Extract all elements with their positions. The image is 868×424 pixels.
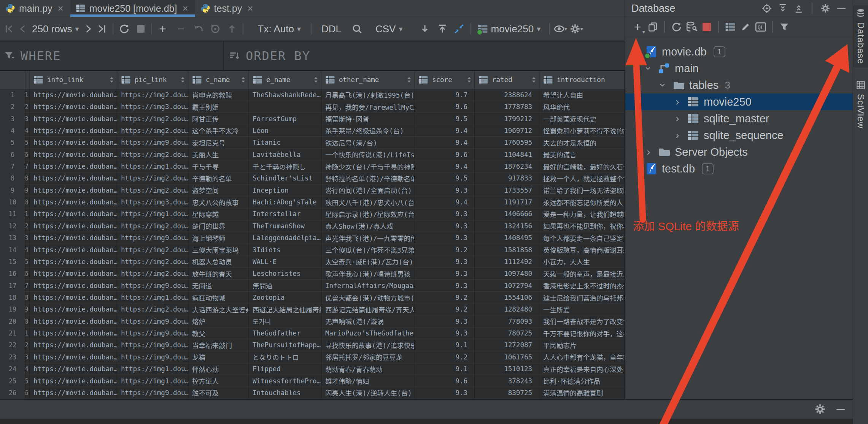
row-number[interactable]: 6 [0, 149, 25, 161]
table-cell[interactable]: https://img2.dou… [117, 149, 188, 161]
table-cell[interactable]: 1072794 [475, 280, 539, 291]
table-cell[interactable]: https://movie.douban… [30, 375, 117, 387]
table-cell[interactable]: 9.2 [415, 292, 475, 304]
table-cell[interactable]: 平民励志片 [539, 339, 625, 351]
table-cell[interactable]: https://movie.douban… [30, 256, 117, 268]
table-cell[interactable]: 神隐少女(台)/千与千寻的神隐 [321, 161, 415, 172]
table-cell[interactable]: https://movie.douban… [30, 244, 117, 256]
table-cell[interactable]: Interstellar [249, 208, 321, 220]
table-cell[interactable]: 千と千尋の神隠し [249, 161, 321, 172]
table-cell[interactable]: 机器人总动员 [188, 256, 249, 268]
next-page-button[interactable] [81, 22, 95, 36]
sort-icon[interactable] [109, 76, 114, 84]
table-cell[interactable]: 無間道 [249, 280, 321, 291]
sort-icon[interactable] [313, 76, 319, 84]
panel-settings-button[interactable] [819, 2, 832, 15]
table-cell[interactable]: https://img2.dou… [117, 185, 188, 196]
tree-item-movie250[interactable]: › movie250 [625, 93, 853, 110]
column-header-score[interactable]: score [415, 71, 475, 89]
table-cell[interactable]: 真正的幸福是来自内心深处 [539, 363, 625, 375]
table-cell[interactable]: 9.1 [415, 339, 475, 351]
table-cell[interactable]: https://img2.dou… [117, 256, 188, 268]
tree-item-tables[interactable]: › tables 3 [625, 77, 853, 93]
table-cell[interactable]: TheTrumanShow [249, 220, 321, 232]
table-cell[interactable]: 9.3 [415, 220, 475, 232]
table-cell[interactable]: 这个杀手不太冷 [188, 125, 249, 137]
table-cell[interactable]: 铁达尼号(港/台) [321, 137, 415, 149]
table-cell[interactable]: https://img2.dou… [117, 172, 188, 184]
table-cell[interactable]: https://movie.douban… [30, 327, 117, 339]
row-number[interactable]: 14 [0, 244, 25, 256]
table-cell[interactable]: 9.3 [415, 316, 475, 327]
table-cell[interactable]: 寻找快乐的故事(港)/追求快乐 [321, 339, 415, 351]
row-number[interactable]: 8 [0, 172, 25, 184]
table-cell[interactable]: 1408495 [475, 232, 539, 244]
table-cell[interactable]: 778093 [475, 316, 539, 327]
table-cell[interactable]: Lavitaèbella [249, 149, 321, 161]
tool-tab-sciview[interactable]: SciView [853, 77, 868, 132]
table-cell[interactable]: https://img2.dou… [117, 268, 188, 280]
tree-item-test-db[interactable]: test.db 1 [625, 160, 853, 177]
sort-icon[interactable] [240, 76, 246, 84]
table-cell[interactable]: 邻居托托罗/邻家的豆豆龙 [321, 351, 415, 363]
hide-panel-button[interactable]: ─ [835, 2, 848, 15]
table-cell[interactable]: MarioPuzo'sTheGodfather [321, 327, 415, 339]
table-cell[interactable]: 每个人都要走一条自己坚定了的 [539, 232, 625, 244]
table-cell[interactable]: Titanic [249, 137, 321, 149]
table-cell[interactable]: 9.2 [415, 304, 475, 315]
table-cell[interactable]: 怦然心动 [188, 363, 249, 375]
table-cell[interactable]: Flipped [249, 363, 321, 375]
table-cell[interactable]: 小瓦力，大人生 [539, 256, 625, 268]
table-cell[interactable]: 9.7 [415, 89, 475, 101]
table-cell[interactable]: Laleggendadelpia… [249, 232, 321, 244]
table-cell[interactable]: 太空奇兵·威E(港)/瓦力(台) [321, 256, 415, 268]
transaction-mode-dropdown[interactable]: Tx: Auto▾ [258, 23, 301, 35]
table-cell[interactable]: 教父 [188, 327, 249, 339]
table-cell[interactable]: 星际穿越 [188, 208, 249, 220]
table-cell[interactable]: https://movie.douban… [30, 196, 117, 208]
table-cell[interactable]: 闪亮人生(港)/逆转人生(台) [321, 387, 415, 399]
table-cell[interactable]: 378243 [475, 375, 539, 387]
disconnect-button[interactable] [699, 19, 714, 35]
table-cell[interactable]: 1510123 [475, 363, 539, 375]
table-cell[interactable]: https://movie.douban… [30, 149, 117, 161]
refresh-datasource-button[interactable] [669, 19, 684, 35]
table-cell[interactable]: https://img9.dou… [117, 316, 188, 327]
table-cell[interactable]: 海上钢琴师 [188, 232, 249, 244]
tree-item-server-objects[interactable]: › Server Objects [625, 144, 853, 160]
table-cell[interactable]: 月黑高飞(港)/刺激1995(台) [321, 89, 415, 101]
table-cell[interactable]: https://img2.dou… [117, 220, 188, 232]
row-number[interactable]: 21 [0, 327, 25, 339]
table-cell[interactable]: 一部美国近现代史 [539, 113, 625, 125]
column-header-info-link[interactable]: info_link [30, 71, 117, 89]
table-cell[interactable]: 9.6 [415, 101, 475, 113]
expand-all-button[interactable] [776, 2, 790, 15]
table-cell[interactable]: 风华绝代 [539, 101, 625, 113]
previous-page-button[interactable] [16, 22, 30, 36]
row-number[interactable]: 15 [0, 256, 25, 268]
table-cell[interactable]: 1104841 [475, 149, 539, 161]
table-cell[interactable]: https://movie.douban… [30, 101, 117, 113]
table-cell[interactable]: https://img9.dou… [117, 339, 188, 351]
table-cell[interactable]: https://movie.douban… [30, 113, 117, 125]
sort-icon[interactable] [466, 76, 472, 84]
table-cell[interactable]: 1191717 [475, 196, 539, 208]
data-source-properties-button[interactable] [684, 19, 699, 35]
table-cell[interactable]: 三个傻瓜(台)/作死不离3兄弟(港) [321, 244, 415, 256]
table-cell[interactable]: 满满温情的高雅喜剧 [539, 387, 625, 399]
row-number[interactable]: 4 [0, 125, 25, 137]
table-cell[interactable]: https://movie.douban… [30, 304, 117, 315]
table-cell[interactable]: 2388624 [475, 89, 539, 101]
table-cell[interactable]: 比利·怀德满分作品 [539, 375, 625, 387]
column-header-other-name[interactable]: other_name [321, 71, 415, 89]
new-data-source-button[interactable]: +▾ [630, 19, 645, 35]
locate-object-button[interactable] [760, 2, 774, 15]
table-cell[interactable]: 千万不要记恨你的对手，这样会 [539, 327, 625, 339]
export-data-button[interactable] [418, 22, 432, 36]
table-cell[interactable]: https://movie.douban… [30, 316, 117, 327]
table-cell[interactable]: https://img2.dou… [117, 113, 188, 125]
table-cell[interactable]: 一生所爱 [539, 304, 625, 315]
table-cell[interactable]: 1272087 [475, 339, 539, 351]
table-cell[interactable]: 780725 [475, 327, 539, 339]
table-cell[interactable]: 星际启示录(港)/星际效应(台) [321, 208, 415, 220]
